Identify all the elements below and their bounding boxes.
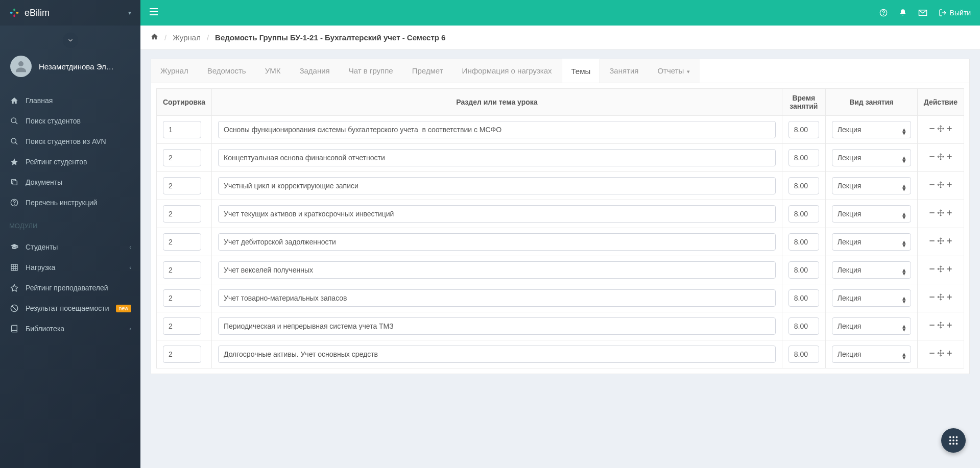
add-icon[interactable] xyxy=(946,125,953,134)
move-icon[interactable] xyxy=(937,265,944,275)
remove-icon[interactable] xyxy=(928,125,936,134)
tab[interactable]: Журнал xyxy=(151,59,198,83)
move-icon[interactable] xyxy=(937,322,944,331)
sidebar-item[interactable]: Перечень инструкций xyxy=(0,192,140,213)
remove-icon[interactable] xyxy=(928,181,936,190)
logout-button[interactable]: Выйти xyxy=(939,9,971,17)
add-icon[interactable] xyxy=(946,350,953,359)
time-input[interactable] xyxy=(788,121,819,138)
help-icon[interactable] xyxy=(879,9,888,17)
type-select[interactable]: Лекция xyxy=(832,205,911,223)
remove-icon[interactable] xyxy=(928,153,936,162)
time-input[interactable] xyxy=(788,233,819,251)
mail-icon[interactable] xyxy=(918,9,927,16)
type-select[interactable]: Лекция xyxy=(832,149,911,166)
time-input[interactable] xyxy=(788,261,819,279)
add-icon[interactable] xyxy=(946,209,953,218)
sort-input[interactable] xyxy=(163,149,201,166)
add-icon[interactable] xyxy=(946,265,953,275)
type-select[interactable]: Лекция xyxy=(832,261,911,279)
type-select[interactable]: Лекция xyxy=(832,346,911,363)
tab[interactable]: Информация о нагрузках xyxy=(453,59,562,83)
bell-icon[interactable] xyxy=(899,9,907,17)
move-icon[interactable] xyxy=(937,153,944,162)
tab[interactable]: УМК xyxy=(256,59,291,83)
sidebar-item[interactable]: Поиск студентов xyxy=(0,111,140,131)
type-select[interactable]: Лекция xyxy=(832,177,911,194)
sort-input[interactable] xyxy=(163,346,201,363)
sidebar-item[interactable]: Поиск студентов из AVN xyxy=(0,131,140,152)
tab[interactable]: Занятия xyxy=(600,59,648,83)
tab[interactable]: Задания xyxy=(290,59,339,83)
sort-input[interactable] xyxy=(163,289,201,307)
sidebar-item[interactable]: Библиотека‹ xyxy=(0,318,140,339)
sidebar-item[interactable]: Рейтинг студентов xyxy=(0,152,140,172)
topic-input[interactable] xyxy=(218,261,776,279)
remove-icon[interactable] xyxy=(928,237,936,247)
sort-input[interactable] xyxy=(163,177,201,194)
type-select[interactable]: Лекция xyxy=(832,317,911,335)
topic-input[interactable] xyxy=(218,121,776,138)
move-icon[interactable] xyxy=(937,350,944,359)
time-input[interactable] xyxy=(788,149,819,166)
menu-toggle-icon[interactable] xyxy=(150,8,158,17)
topic-input[interactable] xyxy=(218,233,776,251)
sidebar-item[interactable]: Документы xyxy=(0,172,140,192)
tab[interactable]: Чат в группе xyxy=(340,59,403,83)
sidebar-item[interactable]: Рейтинг преподавателей xyxy=(0,278,140,298)
topic-input[interactable] xyxy=(218,289,776,307)
move-icon[interactable] xyxy=(937,125,944,134)
type-select[interactable]: Лекция xyxy=(832,233,911,251)
topic-input[interactable] xyxy=(218,317,776,335)
sidebar-item[interactable]: Результат посещаемостиnew xyxy=(0,298,140,318)
sort-input[interactable] xyxy=(163,261,201,279)
remove-icon[interactable] xyxy=(928,350,936,359)
fab-apps-button[interactable] xyxy=(941,428,966,453)
move-icon[interactable] xyxy=(937,209,944,218)
move-icon[interactable] xyxy=(937,293,944,303)
time-input[interactable] xyxy=(788,177,819,194)
remove-icon[interactable] xyxy=(928,322,936,331)
sidebar-brand[interactable]: eBilim ▾ xyxy=(0,0,140,26)
sidebar-item-label: Поиск студентов xyxy=(26,117,81,125)
remove-icon[interactable] xyxy=(928,209,936,218)
tab[interactable]: Темы xyxy=(562,59,601,83)
sidebar-item-label: Библиотека xyxy=(26,325,64,333)
home-icon[interactable] xyxy=(151,33,158,42)
type-select[interactable]: Лекция xyxy=(832,121,911,138)
time-input[interactable] xyxy=(788,289,819,307)
move-icon[interactable] xyxy=(937,237,944,247)
time-input[interactable] xyxy=(788,346,819,363)
add-icon[interactable] xyxy=(946,293,953,303)
topic-input[interactable] xyxy=(218,149,776,166)
breadcrumb-journal[interactable]: Журнал xyxy=(173,33,201,42)
remove-icon[interactable] xyxy=(928,265,936,275)
breadcrumb: / Журнал / Ведомость Группы БУ-1-21 - Бу… xyxy=(140,26,980,50)
tab[interactable]: Отчеты xyxy=(648,59,700,83)
sort-input[interactable] xyxy=(163,233,201,251)
sort-input[interactable] xyxy=(163,317,201,335)
type-select[interactable]: Лекция xyxy=(832,289,911,307)
tab[interactable]: Предмет xyxy=(403,59,453,83)
user-circle-toggle[interactable] xyxy=(63,33,78,48)
sidebar-menu-modules: Студенты‹Нагрузка‹Рейтинг преподавателей… xyxy=(0,234,140,342)
sidebar-item[interactable]: Нагрузка‹ xyxy=(0,257,140,278)
topic-input[interactable] xyxy=(218,205,776,223)
add-icon[interactable] xyxy=(946,153,953,162)
sidebar-item[interactable]: Главная xyxy=(0,90,140,111)
remove-icon[interactable] xyxy=(928,293,936,303)
add-icon[interactable] xyxy=(946,237,953,247)
table-row: Лекция▴▾ xyxy=(157,340,964,368)
topic-input[interactable] xyxy=(218,177,776,194)
add-icon[interactable] xyxy=(946,322,953,331)
time-input[interactable] xyxy=(788,205,819,223)
move-icon[interactable] xyxy=(937,181,944,190)
topic-input[interactable] xyxy=(218,346,776,363)
sort-input[interactable] xyxy=(163,121,201,138)
tab[interactable]: Ведомость xyxy=(198,59,256,83)
chevron-down-icon[interactable]: ▾ xyxy=(128,9,131,16)
add-icon[interactable] xyxy=(946,181,953,190)
sort-input[interactable] xyxy=(163,205,201,223)
time-input[interactable] xyxy=(788,317,819,335)
sidebar-item[interactable]: Студенты‹ xyxy=(0,237,140,257)
